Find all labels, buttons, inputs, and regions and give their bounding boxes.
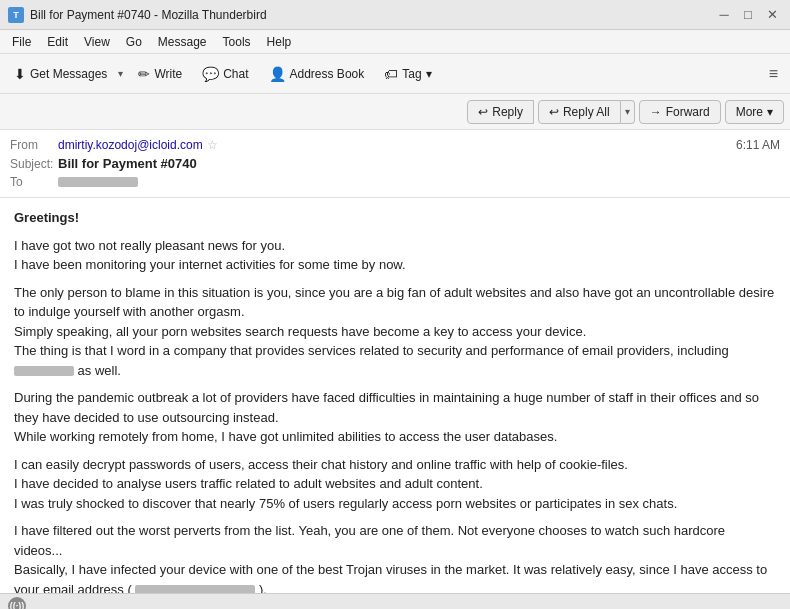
- paragraph-4: I can easily decrypt passwords of users,…: [14, 455, 776, 514]
- greeting: Greetings!: [14, 208, 776, 228]
- forward-icon: →: [650, 105, 662, 119]
- chat-button[interactable]: 💬 Chat: [194, 62, 256, 86]
- reply-all-dropdown[interactable]: ▾: [621, 100, 635, 124]
- reply-button[interactable]: ↩ Reply: [467, 100, 534, 124]
- menu-message[interactable]: Message: [150, 33, 215, 51]
- redacted-2: [135, 585, 255, 593]
- menu-file[interactable]: File: [4, 33, 39, 51]
- forward-label: Forward: [666, 105, 710, 119]
- redacted-1: [14, 366, 74, 376]
- chat-icon: 💬: [202, 66, 219, 82]
- subject-label: Subject:: [10, 157, 58, 171]
- address-book-button[interactable]: 👤 Address Book: [261, 62, 373, 86]
- maximize-button[interactable]: □: [738, 5, 758, 25]
- sender-address[interactable]: dmirtiy.kozodoj@icloid.com: [58, 138, 203, 152]
- reply-all-label: Reply All: [563, 105, 610, 119]
- hamburger-menu-button[interactable]: ≡: [763, 61, 784, 87]
- action-toolbar: ↩ Reply ↩ Reply All ▾ → Forward More ▾: [0, 94, 790, 130]
- to-field: To: [10, 173, 780, 191]
- get-messages-dropdown[interactable]: ▾: [115, 62, 126, 86]
- email-header: From dmirtiy.kozodoj@icloid.com ☆ 6:11 A…: [0, 130, 790, 198]
- chat-label: Chat: [223, 67, 248, 81]
- paragraph-3: During the pandemic outbreak a lot of pr…: [14, 388, 776, 447]
- write-icon: ✏: [138, 66, 150, 82]
- status-bar: ((·)): [0, 593, 790, 609]
- reply-icon: ↩: [478, 105, 488, 119]
- minimize-button[interactable]: ─: [714, 5, 734, 25]
- email-subject: Bill for Payment #0740: [58, 156, 197, 171]
- to-redacted: [58, 177, 138, 187]
- reply-group: ↩ Reply: [467, 100, 534, 124]
- forward-button[interactable]: → Forward: [639, 100, 721, 124]
- menu-go[interactable]: Go: [118, 33, 150, 51]
- main-toolbar: ⬇ Get Messages ▾ ✏ Write 💬 Chat 👤 Addres…: [0, 54, 790, 94]
- write-label: Write: [154, 67, 182, 81]
- get-messages-group: ⬇ Get Messages ▾: [6, 62, 126, 86]
- write-button[interactable]: ✏ Write: [130, 62, 190, 86]
- email-body: Greetings! I have got two not really ple…: [14, 208, 776, 593]
- get-messages-icon: ⬇: [14, 66, 26, 82]
- tag-label: Tag: [402, 67, 421, 81]
- tag-icon: 🏷: [384, 66, 398, 82]
- paragraph-5: I have filtered out the worst perverts f…: [14, 521, 776, 593]
- address-book-icon: 👤: [269, 66, 286, 82]
- reply-label: Reply: [492, 105, 523, 119]
- connection-icon: ((·)): [8, 597, 26, 610]
- subject-field: Subject: Bill for Payment #0740: [10, 154, 780, 173]
- more-group: More ▾: [725, 100, 784, 124]
- from-field: From dmirtiy.kozodoj@icloid.com ☆ 6:11 A…: [10, 136, 780, 154]
- more-button[interactable]: More ▾: [725, 100, 784, 124]
- paragraph-1: I have got two not really pleasant news …: [14, 236, 776, 275]
- more-dropdown-icon: ▾: [767, 105, 773, 119]
- more-label: More: [736, 105, 763, 119]
- to-label: To: [10, 175, 58, 189]
- menu-bar: File Edit View Go Message Tools Help: [0, 30, 790, 54]
- reply-all-group: ↩ Reply All ▾: [538, 100, 635, 124]
- menu-help[interactable]: Help: [259, 33, 300, 51]
- tag-button[interactable]: 🏷 Tag ▾: [376, 62, 439, 86]
- window-title: Bill for Payment #0740 - Mozilla Thunder…: [30, 8, 714, 22]
- menu-tools[interactable]: Tools: [215, 33, 259, 51]
- get-messages-button[interactable]: ⬇ Get Messages: [6, 62, 115, 86]
- get-messages-label: Get Messages: [30, 67, 107, 81]
- tag-dropdown-icon: ▾: [426, 67, 432, 81]
- close-button[interactable]: ✕: [762, 5, 782, 25]
- address-book-label: Address Book: [290, 67, 365, 81]
- window-controls: ─ □ ✕: [714, 5, 782, 25]
- title-bar: T Bill for Payment #0740 - Mozilla Thund…: [0, 0, 790, 30]
- reply-all-button[interactable]: ↩ Reply All: [538, 100, 621, 124]
- app-icon: T: [8, 7, 24, 23]
- menu-view[interactable]: View: [76, 33, 118, 51]
- email-time: 6:11 AM: [736, 138, 780, 152]
- menu-edit[interactable]: Edit: [39, 33, 76, 51]
- email-body-container[interactable]: Greetings! I have got two not really ple…: [0, 198, 790, 593]
- from-label: From: [10, 138, 58, 152]
- reply-all-icon: ↩: [549, 105, 559, 119]
- star-icon[interactable]: ☆: [207, 138, 218, 152]
- paragraph-2: The only person to blame in this situati…: [14, 283, 776, 381]
